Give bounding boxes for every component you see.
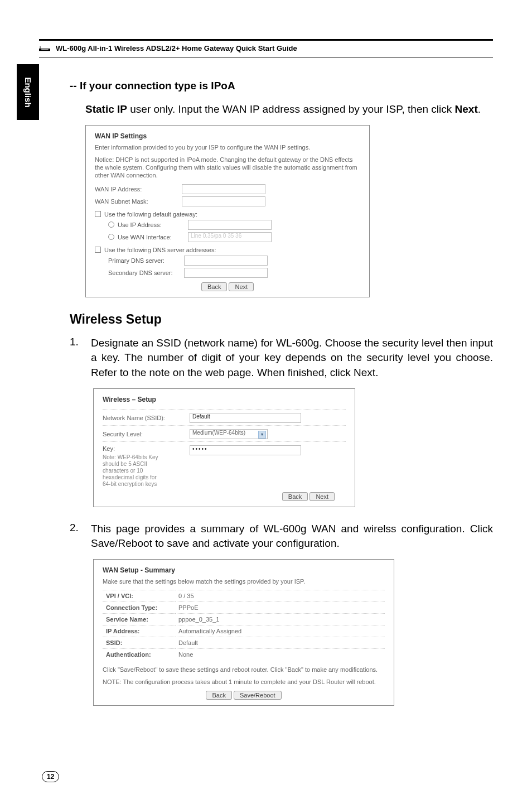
static-ip-bold: Static IP: [85, 103, 127, 115]
shot2-back-button[interactable]: Back: [282, 492, 308, 501]
shot1-desc1: Enter information provided to you by you…: [95, 143, 360, 151]
wan-ip-settings-screenshot: WAN IP Settings Enter information provid…: [85, 125, 370, 297]
secondary-dns-input[interactable]: [184, 268, 268, 278]
table-row: Connection Type:PPPoE: [103, 602, 385, 614]
shot1-back-button[interactable]: Back: [201, 282, 227, 291]
ssid-input[interactable]: Default: [190, 413, 301, 423]
use-wan-input[interactable]: Line 0.35/pa 0 35 36: [188, 232, 272, 242]
shot3-save-reboot-button[interactable]: Save/Reboot: [234, 691, 282, 700]
shot3-back-button[interactable]: Back: [206, 691, 231, 700]
wan-ip-input[interactable]: [182, 184, 265, 194]
dns-servers-checkbox[interactable]: [95, 247, 101, 253]
summary-table: VPI / VCI:0 / 35 Connection Type:PPPoE S…: [103, 590, 385, 660]
table-row: IP Address:Automatically Assigned: [103, 625, 385, 637]
key-input[interactable]: •••••: [190, 445, 301, 455]
shot2-next-button[interactable]: Next: [309, 492, 335, 501]
default-gateway-checkbox[interactable]: [95, 211, 101, 217]
list-number-1: 1.: [70, 336, 81, 381]
list-number-2: 2.: [70, 522, 81, 551]
chevron-down-icon: ▾: [258, 431, 266, 439]
wireless-step-1: 1. Designate an SSID (network name) for …: [70, 336, 493, 381]
save-reboot-bold: Save/Reboot: [91, 537, 152, 549]
wireless-setup-screenshot: Wireless – Setup Network Name (SSID): De…: [93, 388, 355, 507]
language-tab-label: English: [23, 77, 33, 107]
wan-ip-label: WAN IP Address:: [95, 186, 178, 192]
table-row: VPI / VCI:0 / 35: [103, 590, 385, 602]
key-label: Key:: [103, 445, 186, 452]
use-ip-label: Use IP Address:: [118, 222, 185, 228]
primary-dns-label: Primary DNS server:: [108, 257, 181, 264]
header-product-title: WL-600g All-in-1 Wireless ADSL2/2+ Home …: [56, 44, 297, 52]
use-wan-label: Use WAN Interface:: [118, 234, 185, 240]
use-ip-radio[interactable]: [108, 222, 114, 228]
shot3-foot2: NOTE: The configuration process takes ab…: [103, 678, 385, 686]
shot2-title: Wireless – Setup: [103, 396, 346, 403]
shot3-foot1: Click "Save/Reboot" to save these settin…: [103, 666, 385, 673]
use-ip-input[interactable]: [188, 220, 272, 230]
router-icon: [39, 45, 50, 52]
wireless-heading: Wireless Setup: [70, 312, 493, 327]
language-tab: English: [17, 64, 39, 120]
table-row: Service Name:pppoe_0_35_1: [103, 614, 385, 625]
security-level-select[interactable]: Medium(WEP-64bits) ▾: [190, 429, 268, 439]
ipoa-intro: Static IP user only. Input the WAN IP ad…: [85, 102, 493, 117]
shot3-desc: Make sure that the settings below match …: [103, 577, 385, 585]
secondary-dns-label: Secondary DNS server:: [108, 269, 181, 276]
security-level-label: Security Level:: [103, 431, 186, 437]
shot1-title: WAN IP Settings: [95, 132, 360, 140]
table-row: Authentication:None: [103, 649, 385, 661]
shot1-next-button[interactable]: Next: [229, 282, 254, 291]
dns-servers-label: Use the following DNS server addresses:: [104, 247, 216, 253]
wan-mask-label: WAN Subnet Mask:: [95, 198, 178, 205]
next-bold-1: Next: [455, 103, 478, 115]
svg-rect-1: [40, 46, 41, 48]
wan-mask-input[interactable]: [182, 196, 265, 206]
shot1-desc2: Notice: DHCP is not supported in IPoA mo…: [95, 156, 360, 180]
primary-dns-input[interactable]: [184, 256, 268, 266]
next-bold-2: Next: [354, 367, 375, 378]
shot3-title: WAN Setup - Summary: [103, 566, 385, 574]
key-note: Note: WEP-64bits Key should be 5 ASCII c…: [103, 454, 158, 488]
ssid-label: Network Name (SSID):: [103, 415, 186, 421]
wireless-step-2: 2. This page provides a summary of WL-60…: [70, 522, 493, 551]
default-gateway-label: Use the following default gateway:: [104, 211, 197, 218]
use-wan-radio[interactable]: [108, 234, 114, 240]
ipoa-heading: -- If your connection type is IPoA: [70, 80, 493, 92]
table-row: SSID:Default: [103, 637, 385, 649]
page-number: 12: [42, 771, 59, 782]
wan-summary-screenshot: WAN Setup - Summary Make sure that the s…: [93, 559, 394, 706]
page-header-bar: WL-600g All-in-1 Wireless ADSL2/2+ Home …: [39, 39, 493, 57]
